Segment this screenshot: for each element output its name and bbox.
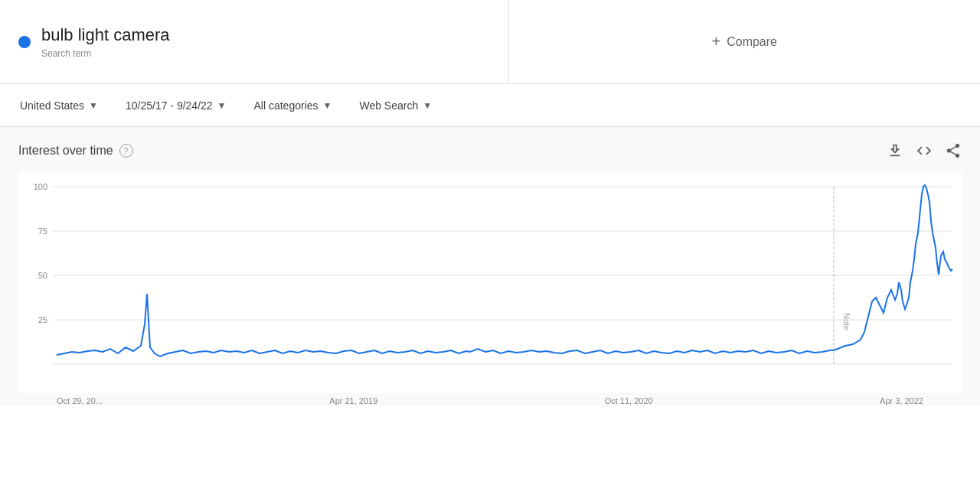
x-label-4: Apr 3, 2022 <box>880 396 923 405</box>
search-type-filter[interactable]: Web Search ▼ <box>351 95 439 116</box>
category-label: All categories <box>254 99 318 112</box>
date-range-chevron-icon: ▼ <box>217 100 227 111</box>
header: bulb light camera Search term + Compare <box>0 0 980 84</box>
section-title-row: Interest over time ? <box>18 144 133 158</box>
filters-row: United States ▼ 10/25/17 - 9/24/22 ▼ All… <box>0 84 980 127</box>
plus-icon: + <box>712 33 721 50</box>
download-icon[interactable] <box>887 142 903 159</box>
category-chevron-icon: ▼ <box>323 100 332 111</box>
svg-text:50: 50 <box>38 271 47 280</box>
date-range-label: 10/25/17 - 9/24/22 <box>126 99 213 112</box>
chart-area: 100 75 50 25 Note <box>18 171 962 393</box>
search-term-dot <box>18 36 31 48</box>
search-type-chevron-icon: ▼ <box>423 100 432 111</box>
search-term-title: bulb light camera <box>41 24 170 47</box>
svg-text:100: 100 <box>34 182 47 191</box>
embed-icon[interactable] <box>916 142 933 159</box>
region-filter[interactable]: United States ▼ <box>12 95 106 116</box>
date-range-filter[interactable]: 10/25/17 - 9/24/22 ▼ <box>118 95 234 116</box>
search-term-block: bulb light camera Search term <box>0 0 509 83</box>
svg-text:25: 25 <box>38 315 47 324</box>
category-filter[interactable]: All categories ▼ <box>247 95 340 116</box>
interest-chart: 100 75 50 25 Note <box>18 171 962 393</box>
share-icon[interactable] <box>945 142 962 159</box>
section-actions <box>887 142 962 159</box>
svg-text:Note: Note <box>842 313 851 330</box>
svg-text:75: 75 <box>38 226 47 236</box>
compare-block[interactable]: + Compare <box>509 0 981 83</box>
x-label-1: Oct 29, 20... <box>57 396 103 405</box>
region-label: United States <box>20 99 84 112</box>
x-label-3: Oct 11, 2020 <box>605 396 653 405</box>
compare-label: Compare <box>727 35 777 49</box>
section-header: Interest over time ? <box>18 142 962 159</box>
x-label-2: Apr 21, 2019 <box>329 396 377 405</box>
region-chevron-icon: ▼ <box>89 100 98 111</box>
help-icon[interactable]: ? <box>119 144 133 158</box>
search-term-text: bulb light camera Search term <box>41 24 170 59</box>
search-term-type: Search term <box>41 48 91 59</box>
x-axis-labels: Oct 29, 20... Apr 21, 2019 Oct 11, 2020 … <box>18 393 962 405</box>
content-section: Interest over time ? <box>0 127 980 405</box>
search-type-label: Web Search <box>359 99 418 112</box>
section-title: Interest over time <box>18 144 113 158</box>
